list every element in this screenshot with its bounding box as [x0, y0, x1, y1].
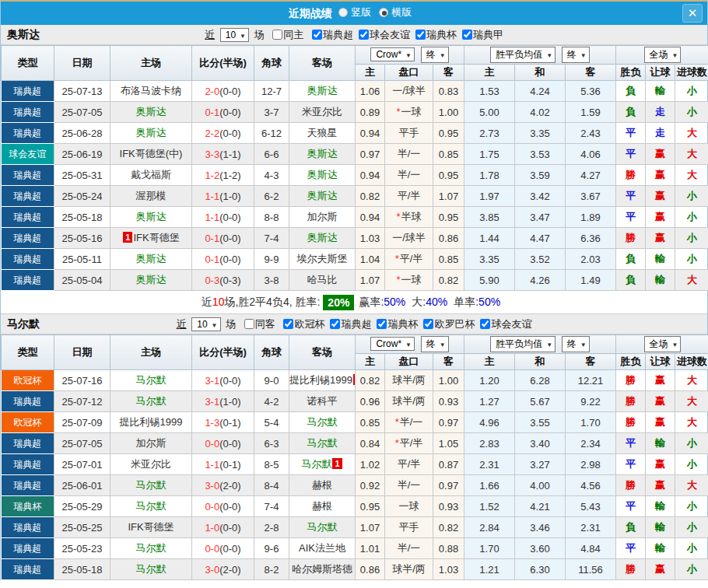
avg-odds-1: 4.21 — [515, 496, 566, 517]
avg-odds-0: 5.00 — [464, 102, 515, 123]
scope-select[interactable]: 全场 — [644, 47, 682, 63]
odds-home: 1.02 — [356, 454, 385, 475]
avg-odds-2: 4.84 — [566, 538, 616, 559]
avg-odds-0: 1.20 — [464, 370, 515, 391]
league-checkbox[interactable] — [423, 319, 433, 329]
col-odds-home: 主 — [356, 354, 385, 370]
half-time-score: (2-0) — [219, 480, 240, 492]
col-result-wdl: 胜负 — [616, 354, 646, 370]
avg-source-select[interactable]: 胜平负均值 — [490, 336, 556, 352]
avg-odds-1: 5.67 — [515, 391, 566, 412]
full-time-score: 1-1 — [205, 191, 219, 202]
league-checkbox[interactable] — [377, 319, 387, 329]
result-1: 赢 — [646, 391, 675, 412]
same-venue-checkbox[interactable] — [272, 30, 282, 40]
corners-cell: 8-4 — [254, 475, 289, 496]
avg-final-select[interactable]: 终 — [562, 336, 590, 352]
radio-vertical-layout[interactable]: 竖版 — [338, 5, 371, 19]
league-checkbox-欧冠杯[interactable]: 欧冠杯 — [281, 318, 324, 330]
result-0: 負 — [616, 102, 646, 123]
avg-odds-0: 1.66 — [464, 475, 515, 496]
league-checkbox-瑞典超[interactable]: 瑞典超 — [328, 318, 371, 330]
league-checkbox[interactable] — [283, 319, 293, 329]
near-label: 近 — [177, 318, 187, 330]
odds-source-select[interactable]: Crow* — [370, 47, 415, 61]
radio-circle-icon[interactable] — [338, 8, 348, 17]
avg-final-select[interactable]: 终 — [562, 47, 590, 63]
result-1: 赢 — [646, 186, 675, 207]
odds-final-select[interactable]: 终 — [421, 336, 449, 352]
radio-horizontal-layout[interactable]: 横版 — [379, 5, 412, 19]
result-2: 大 — [675, 123, 708, 144]
league-type-cell: 欧冠杯 — [2, 370, 54, 391]
league-checkbox[interactable] — [330, 319, 340, 329]
away-team-name: 马尔默 — [301, 458, 331, 470]
match-count-select[interactable]: 10 — [220, 28, 249, 42]
avg-source-select[interactable]: 胜平负均值 — [490, 47, 556, 63]
score-cell: 3-0(2-0) — [192, 559, 254, 580]
league-checkbox[interactable] — [480, 319, 490, 329]
league-checkbox-瑞典超[interactable]: 瑞典超 — [310, 29, 353, 40]
league-checkbox-球会友谊[interactable]: 球会友谊 — [478, 318, 531, 330]
same-venue-checkbox-label[interactable]: 同客 — [242, 318, 275, 330]
close-icon[interactable]: ✕ — [682, 4, 703, 23]
avg-odds-1: 3.42 — [515, 186, 566, 207]
handicap-text: 球半/两 — [392, 563, 426, 575]
col-home: 主场 — [110, 46, 192, 81]
result-0: 平 — [616, 144, 646, 165]
handicap-cell: 平手 — [385, 517, 433, 538]
league-type-cell: 瑞典超 — [2, 123, 54, 144]
league-checkbox[interactable] — [415, 30, 426, 40]
match-date: 25-07-16 — [54, 370, 110, 391]
summary-stat-value: 50% — [384, 296, 405, 308]
half-time-score: (0-0) — [219, 233, 240, 244]
team-away: 奥斯达 — [289, 144, 356, 165]
odds-final-select[interactable]: 终 — [421, 47, 449, 63]
avg-odds-1: 3.35 — [515, 123, 566, 144]
layout-radio-group: 竖版 横版 — [338, 5, 419, 19]
away-team-name: 马尔默 — [307, 416, 338, 428]
col-avg-away: 客 — [566, 65, 616, 81]
match-count-select[interactable]: 10 — [191, 317, 220, 331]
result-0: 勝 — [616, 370, 646, 391]
col-avg-home: 主 — [464, 354, 515, 370]
score-cell: 1-1(0-1) — [192, 454, 254, 475]
summary-stats: 赢率:50%大:40%单率:50% — [359, 296, 506, 310]
avg-odds-0: 3.35 — [464, 249, 515, 270]
radio-circle-selected-icon[interactable] — [379, 8, 388, 17]
same-venue-checkbox[interactable] — [244, 319, 254, 329]
team-home: 奥斯达 — [110, 102, 192, 123]
home-team-name: 马尔默 — [136, 479, 166, 491]
full-time-score: 1-3 — [205, 417, 219, 429]
league-checkbox-瑞典杯[interactable]: 瑞典杯 — [413, 29, 457, 40]
league-checkbox[interactable] — [462, 30, 472, 40]
handicap-star-icon: * — [396, 211, 400, 222]
match-date: 25-07-09 — [54, 412, 110, 433]
team-home: 奥斯达 — [110, 207, 192, 228]
league-checkbox[interactable] — [359, 30, 369, 40]
odds-home: 0.84 — [356, 433, 385, 454]
half-time-score: (0-0) — [219, 501, 240, 513]
odds-group-header: Crow* 终 — [356, 46, 464, 65]
corners-cell: 4-2 — [254, 391, 289, 412]
league-checkbox-瑞典杯[interactable]: 瑞典杯 — [374, 318, 418, 330]
full-time-score: 3-3 — [205, 149, 219, 160]
odds-source-select[interactable]: Crow* — [370, 337, 415, 351]
odds-home: 0.89 — [356, 102, 385, 123]
league-checkbox-欧罗巴杯[interactable]: 欧罗巴杯 — [421, 318, 475, 330]
score-cell: 0-1(0-0) — [192, 249, 254, 270]
scope-select[interactable]: 全场 — [644, 336, 682, 352]
col-away: 客场 — [289, 335, 356, 370]
same-venue-checkbox-label[interactable]: 同主 — [270, 29, 303, 40]
odds-away: 0.87 — [433, 454, 464, 475]
league-type-cell: 瑞典超 — [2, 165, 54, 186]
handicap-cell: *平/半 — [385, 433, 433, 454]
score-cell: 1-0(0-0) — [192, 517, 254, 538]
match-row: 瑞典超25-05-31戴戈福斯1-2(1-2)4-3奥斯达0.94半/一0.95… — [2, 165, 708, 186]
handicap-cell: *平/半 — [385, 249, 433, 270]
league-checkbox[interactable] — [312, 30, 322, 40]
team-home: 戴戈福斯 — [110, 165, 192, 186]
league-checkbox-瑞典甲[interactable]: 瑞典甲 — [460, 29, 503, 40]
result-2: 大 — [675, 412, 708, 433]
league-checkbox-球会友谊[interactable]: 球会友谊 — [356, 29, 410, 40]
